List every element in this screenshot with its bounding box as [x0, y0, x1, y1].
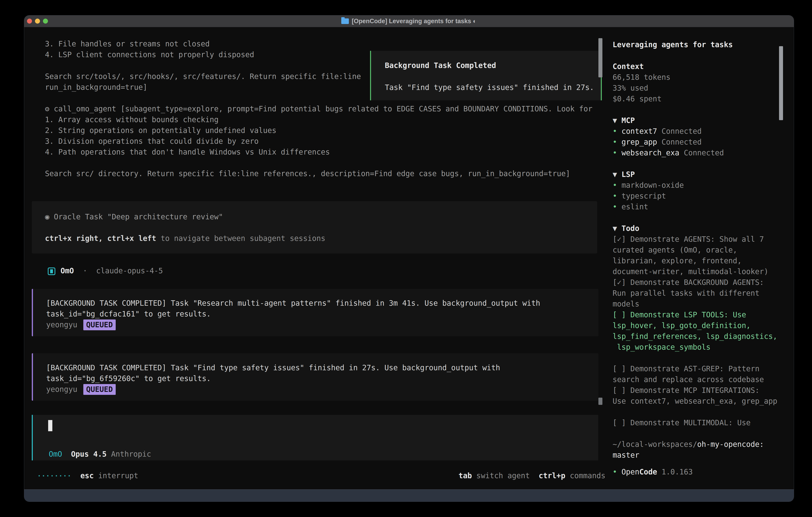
- minimize-window-button[interactable]: [35, 19, 40, 24]
- sidebar-scrollbar-thumb[interactable]: [779, 46, 783, 120]
- mcp-item: • grep_app Connected: [613, 137, 702, 147]
- todo-line: [ ] Demonstrate MULTIMODAL: Use: [613, 417, 751, 428]
- lsp-item: • typescript: [613, 191, 666, 201]
- sidebar-section-mcp[interactable]: ▼ MCP: [613, 115, 635, 126]
- todo-line-active: [ ] Demonstrate LSP TOOLS: Use: [613, 309, 746, 320]
- esc-key-hint: esc: [80, 471, 94, 480]
- screenshot-root: { "theme": { "accent_teal": "#2fc0c9", "…: [0, 0, 812, 517]
- bullet-icon: •: [613, 192, 617, 200]
- task-result-line: [BACKGROUND TASK COMPLETED] Task "Find t…: [46, 362, 500, 373]
- oracle-task-hint: ctrl+x right, ctrl+x left to navigate be…: [45, 233, 325, 244]
- oracle-task-box: ◉ Oracle Task "Deep architecture review"…: [32, 201, 597, 253]
- bullet-icon: •: [613, 181, 617, 190]
- scrollback-line: run_in_background=true]: [45, 82, 147, 93]
- sidebar-section-todo[interactable]: ▼ Todo: [613, 223, 639, 234]
- todo-line: [✓] Demonstrate AGENTS: Show all 7: [613, 234, 764, 245]
- scrollback-line: 4. LSP client connections not properly d…: [45, 49, 254, 60]
- toast-body: Task "Find type safety issues" finished …: [385, 82, 594, 93]
- title-bar: [OpenCode] Leveraging agents for tasks ◐: [24, 16, 794, 27]
- tool-call-header: ⚙ call_omo_agent [subagent_type=explore,…: [45, 104, 592, 114]
- hint-text: to navigate between subagent sessions: [156, 234, 325, 243]
- status-badge: QUEUED: [83, 384, 116, 395]
- app-version: • OpenCode 1.0.163: [613, 467, 693, 478]
- scrollback-line: Search src/tools/, src/hooks/, src/featu…: [45, 71, 361, 82]
- bullet-icon: •: [613, 202, 617, 211]
- lsp-item: • eslint: [613, 201, 648, 212]
- tab-key-label: switch agent: [476, 471, 530, 480]
- window-title: [OpenCode] Leveraging agents for tasks ◐: [352, 18, 476, 25]
- todo-line-active: lsp_workspace_symbols: [613, 342, 710, 353]
- context-tokens: 66,518 tokens: [613, 72, 670, 83]
- fisheye-icon: ◉: [45, 213, 49, 221]
- todo-line: Run parallel tasks with different: [613, 288, 759, 299]
- input-provider: Anthropic: [111, 450, 151, 458]
- context-spent: $0.46 spent: [613, 93, 662, 104]
- chevron-down-icon[interactable]: ▼: [613, 116, 617, 125]
- sidebar-section-lsp[interactable]: ▼ LSP: [613, 169, 635, 180]
- bullet-icon: •: [613, 148, 617, 157]
- todo-line: Use context7, websearch_exa, grep_app: [613, 396, 777, 407]
- prompt-input[interactable]: OmO Opus 4.5 Anthropic: [32, 415, 598, 460]
- task-result-box: [BACKGROUND TASK COMPLETED] Task "Find t…: [32, 353, 599, 401]
- agent-separator: [74, 267, 83, 275]
- bullet-icon: •: [613, 468, 617, 476]
- bullet-icon: •: [613, 138, 617, 146]
- task-result-line: [BACKGROUND TASK COMPLETED] Task "Resear…: [46, 298, 540, 309]
- hint-keys: ctrl+x right, ctrl+x left: [45, 234, 156, 243]
- zoom-window-button[interactable]: [43, 19, 48, 24]
- workspace-branch: master: [613, 450, 639, 461]
- mcp-item: • websearch_exa Connected: [613, 147, 724, 158]
- window-bottom-bar: [24, 489, 794, 501]
- app-window: [OpenCode] Leveraging agents for tasks ◐…: [24, 15, 794, 502]
- status-left: ········ esc interrupt: [37, 470, 138, 481]
- tool-call-item: 3. Division operations that could divide…: [45, 136, 259, 147]
- main-scrollbar-end[interactable]: [599, 398, 602, 405]
- status-right: tab switch agent ctrl+p commands: [459, 470, 605, 481]
- toast-title: Background Task Completed: [385, 60, 496, 71]
- todo-line: [ ] Demonstrate MCP INTEGRATIONS:: [613, 385, 759, 396]
- close-window-button[interactable]: [27, 19, 32, 24]
- workspace-path: ~/local-workspaces/oh-my-opencode:: [613, 439, 764, 450]
- esc-key-label: interrupt: [98, 471, 138, 480]
- text-cursor: [48, 420, 52, 431]
- task-author: yeongyu: [46, 385, 77, 393]
- todo-line: [✓] Demonstrate BACKGROUND AGENTS:: [613, 277, 764, 288]
- todo-line: [ ] Demonstrate AST-GREP: Pattern: [613, 363, 759, 374]
- chevron-down-icon[interactable]: ▼: [613, 170, 617, 179]
- todo-line: search and replace across codebase: [613, 374, 764, 385]
- folder-icon: [341, 19, 349, 24]
- ctrlp-key-label: commands: [570, 471, 605, 480]
- input-agent[interactable]: OmO: [49, 450, 62, 458]
- task-result-line: task_id="bg_6f59260c" to get results.: [46, 373, 211, 384]
- scrollback-line: 3. File handles or streams not closed: [45, 38, 210, 49]
- window-title-group: [OpenCode] Leveraging agents for tasks ◐: [341, 18, 476, 25]
- chevron-down-icon[interactable]: ▼: [613, 224, 617, 233]
- lsp-item: • markdown-oxide: [613, 180, 684, 191]
- sidebar-context-heading: Context: [613, 61, 644, 72]
- task-result-line: task_id="bg_dcfac161" to get results.: [46, 309, 211, 320]
- context-used: 33% used: [613, 83, 648, 93]
- task-result-box: [BACKGROUND TASK COMPLETED] Task "Resear…: [32, 289, 599, 336]
- spinner-dots-icon: ········: [37, 472, 71, 480]
- main-scrollbar-thumb[interactable]: [599, 38, 602, 77]
- input-meta: OmO Opus 4.5 Anthropic: [49, 449, 151, 460]
- agent-name: OmO: [61, 267, 74, 275]
- task-author: yeongyu: [46, 321, 77, 329]
- mcp-item: • context7 Connected: [613, 126, 702, 137]
- todo-line: models: [613, 299, 639, 309]
- agent-header: OmO · claude-opus-4-5: [48, 266, 163, 276]
- todo-line-active: lsp_find_references, lsp_diagnostics,: [613, 331, 777, 342]
- toast-notification[interactable]: Background Task Completed Task "Find typ…: [370, 51, 602, 100]
- ctrlp-key-hint: ctrl+p: [539, 471, 566, 480]
- tool-call-footer: Search src/ directory. Return specific f…: [45, 168, 570, 179]
- task-result-meta: yeongyuQUEUED: [46, 320, 116, 330]
- gear-icon: ⚙: [45, 105, 49, 113]
- tool-call-item: 2. String operations on potentially unde…: [45, 125, 276, 136]
- task-result-meta: yeongyuQUEUED: [46, 384, 116, 395]
- oracle-task-title: ◉ Oracle Task "Deep architecture review": [45, 212, 223, 222]
- input-model[interactable]: Opus 4.5: [71, 450, 107, 458]
- agent-model: claude-opus-4-5: [96, 267, 163, 275]
- todo-line: document-writer, multimodal-looker): [613, 266, 768, 277]
- tool-call-item: 4. Path operations that don't handle Win…: [45, 147, 330, 158]
- bullet-icon: •: [613, 127, 617, 136]
